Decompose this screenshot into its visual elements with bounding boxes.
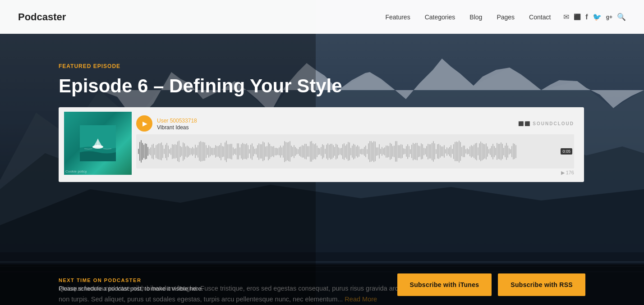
nav-links: Features Categories Blog Pages Contact — [385, 13, 551, 21]
next-time-text: Please schedule a podcast post, to make … — [59, 285, 397, 292]
nav-item-blog[interactable]: Blog — [469, 14, 482, 21]
play-count: ▶ 176 — [561, 170, 574, 176]
mail-icon[interactable]: ✉ — [563, 13, 569, 21]
next-time-section: NEXT TIME ON PODCASTER Please schedule a… — [59, 278, 397, 292]
facebook-icon[interactable]: f — [585, 13, 588, 21]
episode-title: Episode 6 – Defining Your Style — [59, 76, 617, 96]
play-icon: ▶ — [143, 120, 147, 127]
brand-logo[interactable]: Podcaster — [18, 11, 66, 23]
subscribe-rss-button[interactable]: Subscribe with RSS — [498, 273, 585, 296]
soundcloud-player: Cookie policy ▶ User 500533718 Vibrant I… — [59, 107, 584, 182]
rss-icon[interactable]: ⬛ — [574, 14, 581, 20]
nav-icons: ✉ ⬛ f 🐦 g+ 🔍 — [563, 13, 626, 21]
track-user-link[interactable]: User 500533718 — [157, 118, 197, 124]
player-artwork: Cookie policy — [64, 112, 132, 175]
track-name: Vibrant Ideas — [157, 124, 197, 131]
navbar: Podcaster Features Categories Blog Pages… — [0, 0, 644, 34]
hero-content: Featured Episode Episode 6 – Defining Yo… — [0, 0, 644, 274]
time-display: 0:05 — [561, 148, 572, 155]
track-info: User 500533718 Vibrant Ideas — [157, 116, 197, 131]
twitter-icon[interactable]: 🐦 — [593, 13, 602, 21]
subscribe-itunes-button[interactable]: Subscribe with iTunes — [397, 273, 492, 296]
waveform[interactable]: 0:05 — [136, 134, 574, 168]
subscribe-buttons: Subscribe with iTunes Subscribe with RSS — [397, 273, 586, 296]
nav-item-pages[interactable]: Pages — [497, 14, 515, 21]
nav-item-contact[interactable]: Contact — [529, 14, 551, 21]
play-button[interactable]: ▶ — [136, 115, 152, 132]
googleplus-icon[interactable]: g+ — [606, 14, 612, 20]
nav-item-categories[interactable]: Categories — [425, 14, 455, 21]
footer-bar: NEXT TIME ON PODCASTER Please schedule a… — [0, 264, 644, 305]
hero-section: Featured Episode Episode 6 – Defining Yo… — [0, 0, 644, 305]
soundcloud-logo: ⬛⬛ SOUNDCLOUD — [518, 121, 574, 126]
cookie-policy[interactable]: Cookie policy — [65, 169, 87, 173]
featured-label: Featured Episode — [59, 63, 617, 69]
next-time-label: NEXT TIME ON PODCASTER — [59, 278, 397, 283]
nav-item-features[interactable]: Features — [385, 14, 410, 21]
search-icon[interactable]: 🔍 — [617, 13, 626, 21]
